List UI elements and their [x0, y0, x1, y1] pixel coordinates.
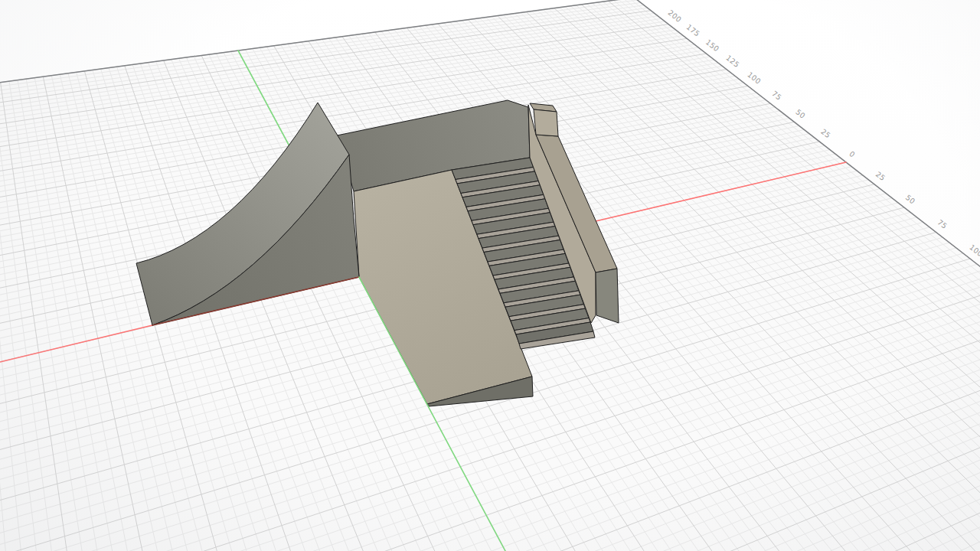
ruler-label: 25 — [819, 127, 832, 139]
ruler-label: 100 — [746, 70, 763, 86]
ruler-label: 100 — [968, 243, 980, 258]
ruler-label: 200 — [666, 8, 683, 24]
right-wall-front-face[interactable] — [596, 269, 619, 323]
ruler-label: 0 — [848, 149, 857, 159]
ruler-label: 150 — [704, 37, 721, 53]
ruler-label: 50 — [794, 107, 807, 119]
cad-3d-viewport[interactable]: 2001751501251007550250255075100 — [0, 0, 980, 551]
right-wall-back-front-face[interactable] — [534, 109, 558, 136]
ruler-label: 50 — [904, 193, 917, 205]
ruler-label: 25 — [874, 170, 887, 182]
ruler-label: 125 — [724, 54, 741, 69]
ruler-label: 175 — [685, 22, 702, 37]
ruler-label: 75 — [770, 89, 783, 101]
viewport-canvas[interactable]: 2001751501251007550250255075100 — [0, 0, 980, 551]
ruler-label: 75 — [936, 218, 949, 230]
